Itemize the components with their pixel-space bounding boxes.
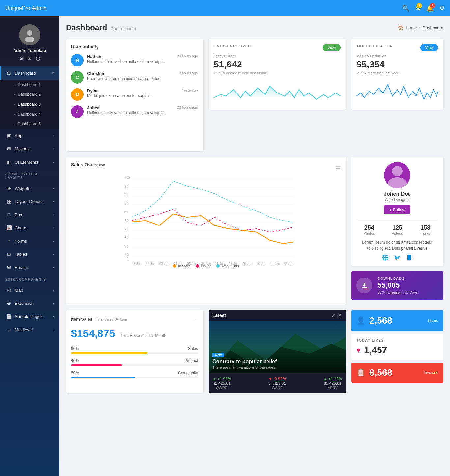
nathan-name: Nathan — [87, 54, 101, 59]
order-change: ↗ %18 decrease from last month — [214, 71, 341, 75]
svg-text:10: 10 — [125, 253, 128, 257]
sidebar-item-widgets[interactable]: ◈ Widgets › — [0, 182, 59, 195]
ticker-row: ▲ +1.92% 41,425.81 QWDR ▼ -0.92% 54,425.… — [209, 373, 346, 393]
johen-time: 23 hours ago — [177, 105, 198, 109]
chart-legend: In Store Online Total Visits — [71, 264, 341, 268]
svg-text:02 Jan: 02 Jan — [146, 262, 155, 266]
avatar-icon — [23, 28, 36, 41]
photos-label: Photos — [356, 231, 382, 235]
widgets-icon: ◈ — [6, 186, 12, 191]
resize-icon[interactable]: ⤢ — [331, 313, 335, 318]
mail-icon[interactable]: ✉ 1 — [415, 5, 420, 12]
sidebar-settings-icon[interactable]: ⚙ — [19, 56, 24, 61]
facebook-icon[interactable]: 📘 — [406, 254, 412, 261]
johen-avatar: J — [71, 105, 84, 118]
sales-overview-card: Sales Overview ☰ 100 90 80 70 60 50 40 3… — [66, 157, 346, 305]
sidebar-item-charts[interactable]: 📈 Charts › — [0, 221, 59, 234]
close-icon[interactable]: ✕ — [338, 313, 342, 318]
follow-button[interactable]: + Follow — [384, 205, 411, 214]
sales-overview-title: Sales Overview — [71, 162, 105, 167]
sidebar-item-mailbox[interactable]: ✉ Mailbox › — [0, 142, 59, 155]
bell-icon[interactable]: 🔔 3 — [426, 5, 434, 12]
sidebar-content: Admin Template ⚙ ✉ ⏻ ⊞ Dashboard ▾ ··· — [0, 16, 59, 336]
dylan-name: Dylan — [87, 88, 98, 93]
tax-sublabel: Monthly Deduction — [356, 54, 438, 58]
latest-badge: New — [212, 353, 224, 357]
app-icon: ▣ — [6, 133, 12, 138]
sidebar-item-sample-pages[interactable]: 📄 Sample Pages › — [0, 310, 59, 323]
sidebar-item-label-dashboard: Dashboard — [15, 71, 36, 76]
christian-time: 3 hours ago — [179, 71, 198, 75]
likes-label: TODAY LIKES — [356, 338, 438, 342]
tax-card: TAX DEDUCATION View Monthly Deduction $5… — [351, 39, 443, 110]
sidebar-item-dashboard[interactable]: ⊞ Dashboard ▾ — [0, 66, 59, 80]
brand-name: UniquePro — [5, 5, 30, 11]
svg-point-1 — [25, 37, 34, 42]
sidebar-mail-icon[interactable]: ✉ — [28, 56, 32, 61]
order-received-card: ORDER RECEIVED View Todays Order 51,642 … — [209, 39, 346, 110]
order-view-button[interactable]: View — [323, 44, 341, 51]
submenu-dashboard5[interactable]: ··· Dashboard 5 — [0, 119, 59, 129]
multilevel-icon: → — [6, 327, 12, 332]
breadcrumb-home[interactable]: Home — [406, 25, 417, 30]
mail-badge: 1 — [417, 3, 422, 8]
twitter-icon[interactable]: 🐦 — [394, 254, 401, 261]
settings-icon[interactable]: ⚙ — [439, 5, 445, 12]
profile-social: 🌐 🐦 📘 — [356, 254, 438, 261]
svg-point-35 — [392, 166, 403, 176]
sales-bar-product: 40% Product — [71, 358, 198, 366]
sidebar-item-layout-options[interactable]: ▦ Layout Options › — [0, 195, 59, 208]
sidebar-item-box[interactable]: □ Box › — [0, 208, 59, 221]
sidebar-item-emails[interactable]: ✉ Emails › — [0, 261, 59, 274]
globe-icon[interactable]: 🌐 — [382, 254, 389, 261]
submenu-dashboard2[interactable]: ··· Dashboard 2 — [0, 90, 59, 99]
sidebar-item-extension[interactable]: ⊕ Extension › — [0, 297, 59, 310]
chevron-right-icon-mailbox: › — [53, 147, 54, 151]
right-col-cards: 👤 2,568 Users TODAY LIKES ♥ 1,457 📋 8,56… — [351, 310, 443, 393]
svg-point-0 — [27, 30, 32, 36]
nathan-time: 23 hours ago — [177, 54, 198, 58]
invoices-card: 📋 8,568 Invoices — [351, 363, 443, 383]
sidebar-item-app[interactable]: ▣ App › — [0, 129, 59, 142]
sales-menu-icon[interactable]: ☰ — [335, 163, 341, 171]
profile-full-name: Johen Doe — [384, 191, 411, 197]
sidebar-item-map[interactable]: ◎ Map › — [0, 283, 59, 297]
likes-card: TODAY LIKES ♥ 1,457 — [351, 334, 443, 360]
christian-text: Proin iaculis eros non odio ornare effic… — [87, 76, 198, 82]
download-icon — [360, 281, 368, 289]
svg-text:100: 100 — [125, 176, 130, 180]
svg-text:20: 20 — [125, 245, 128, 248]
item-sales-menu[interactable]: ··· — [193, 315, 198, 322]
sidebar-profile-icons: ⚙ ✉ ⏻ — [5, 56, 54, 61]
sidebar-item-tables[interactable]: ⊞ Tables › — [0, 248, 59, 261]
submenu-dashboard4[interactable]: ··· Dashboard 4 — [0, 109, 59, 119]
users-label: Users — [396, 318, 438, 323]
activity-item-christian: C Christian 3 hours ago Proin iaculis er… — [71, 71, 198, 84]
tax-change: ↗ 324 more than last year — [356, 71, 438, 75]
svg-point-36 — [388, 177, 407, 188]
breadcrumb-current: Dashboard — [422, 25, 443, 30]
profile-role: Web Designer — [385, 198, 410, 202]
invoices-icon: 📋 — [356, 368, 365, 377]
submenu-dashboard3[interactable]: ··· Dashboard 3 — [0, 99, 59, 109]
sidebar-item-label-emails: Emails — [15, 265, 28, 270]
search-icon[interactable]: 🔍 — [402, 5, 409, 12]
download-sub: 85% Increase in 28 Days — [378, 290, 438, 294]
sidebar-power-icon[interactable]: ⏻ — [36, 56, 40, 61]
middle-row: Sales Overview ☰ 100 90 80 70 60 50 40 3… — [66, 157, 443, 305]
svg-text:50: 50 — [125, 219, 128, 223]
sidebar-item-ui-elements[interactable]: ◧ UI Elements › — [0, 155, 59, 169]
svg-text:11 Jan: 11 Jan — [270, 262, 280, 266]
order-value: 51,642 — [214, 59, 341, 70]
navbar-right: 🔍 ✉ 1 🔔 3 ⚙ — [402, 5, 445, 12]
johen-name: Johen — [87, 105, 99, 110]
tasks-label: Tasks — [413, 231, 438, 235]
sidebar-item-multilevel[interactable]: → Multilevel › — [0, 323, 59, 336]
tax-value: $5,354 — [356, 59, 438, 70]
sidebar-item-label-extension: Extension — [15, 301, 34, 306]
tax-view-button[interactable]: View — [420, 44, 438, 51]
bottom-row: Item Sales Total Sales By Item ··· $154,… — [66, 310, 443, 393]
sidebar-item-forms[interactable]: ≡ Forms › — [0, 234, 59, 248]
submenu-dashboard1[interactable]: ··· Dashboard 1 — [0, 80, 59, 90]
nathan-text: Nullam facilisis velit eu nulla dictum v… — [87, 59, 198, 65]
